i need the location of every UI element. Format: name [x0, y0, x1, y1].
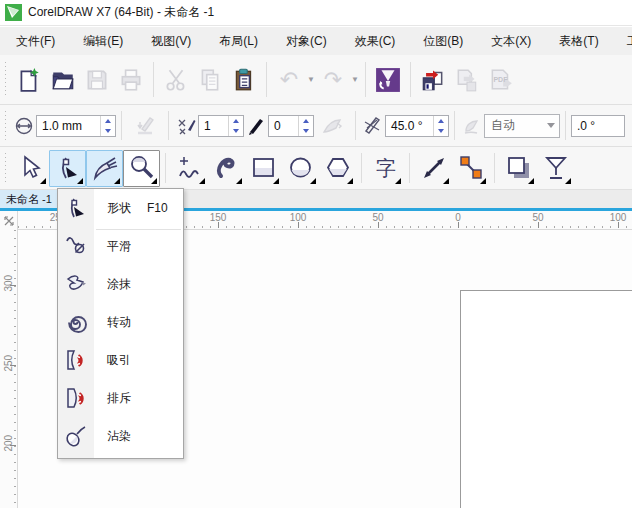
- tilt-angle-field[interactable]: 45.0 °: [385, 115, 449, 137]
- menu-view[interactable]: 视图(V): [137, 28, 205, 55]
- smooth-rate-field[interactable]: 1: [198, 115, 244, 137]
- freehand-tool-button[interactable]: [171, 150, 208, 187]
- undo-button[interactable]: ↶: [272, 63, 306, 97]
- new-document-button[interactable]: [12, 63, 46, 97]
- toolbar-drag-handle[interactable]: [3, 153, 8, 182]
- smoothing-rate-icon: [174, 114, 198, 138]
- ruler-origin-icon: [3, 215, 15, 227]
- pressure-pen-button[interactable]: [127, 110, 163, 142]
- pdf-icon: PDF: [488, 67, 514, 93]
- connector-tool-button[interactable]: [452, 150, 489, 187]
- toolbar-separator: [410, 62, 411, 96]
- redo-icon: ↷: [324, 69, 342, 91]
- title-bar: CorelDRAW X7 (64-Bit) - 未命名 -1: [0, 0, 632, 26]
- polygon-tool-button[interactable]: [319, 150, 356, 187]
- pen-inkflow-icon: [244, 114, 268, 138]
- nib-size-spinner[interactable]: [100, 116, 115, 136]
- shape-tool-button[interactable]: [49, 150, 86, 187]
- redo-button[interactable]: ↷: [316, 63, 350, 97]
- smear-tool-icon: [58, 272, 94, 296]
- menu-edit[interactable]: 编辑(E): [69, 28, 137, 55]
- menu-bitmaps[interactable]: 位图(B): [409, 28, 477, 55]
- window-title: CorelDRAW X7 (64-Bit) - 未命名 -1: [28, 4, 214, 21]
- knife-tool-button[interactable]: [86, 150, 123, 187]
- toolbar-separator: [165, 153, 166, 182]
- chevron-down-icon: [543, 123, 559, 128]
- toolbar-drag-handle[interactable]: [3, 62, 8, 96]
- menu-effects[interactable]: 效果(C): [341, 28, 410, 55]
- drop-shadow-tool-button[interactable]: [500, 150, 537, 187]
- launcher-icon: [375, 67, 401, 93]
- coreldraw-logo-icon: [5, 4, 22, 21]
- pen-pressure-field[interactable]: 0: [268, 115, 314, 137]
- coreldraw-window: CorelDRAW X7 (64-Bit) - 未命名 -1 文件(F) 编辑(…: [0, 0, 632, 508]
- pick-tool-button[interactable]: [12, 150, 49, 187]
- document-tab-label: 未命名 -1: [6, 192, 52, 207]
- toolbar-separator: [494, 153, 495, 182]
- toolbar-separator: [365, 62, 366, 96]
- standard-toolbar: ↶ ▼ ↷ ▼: [0, 55, 632, 105]
- flyout-item-attract[interactable]: 吸引: [58, 341, 183, 379]
- rectangle-tool-button[interactable]: [245, 150, 282, 187]
- shape-tool-icon: [58, 196, 94, 220]
- twirl-tool-icon: [58, 310, 94, 334]
- flyout-item-twirl[interactable]: 转动: [58, 303, 183, 341]
- open-button[interactable]: [46, 63, 80, 97]
- export-button[interactable]: [450, 63, 484, 97]
- ruler-origin-button[interactable]: [0, 211, 18, 230]
- nib-size-field[interactable]: 1.0 mm: [36, 115, 116, 137]
- attract-tool-icon: [58, 348, 94, 372]
- toolbar-separator: [355, 111, 356, 140]
- pressure-pen-icon: [133, 114, 157, 138]
- flyout-item-smooth[interactable]: 平滑: [58, 227, 183, 265]
- publish-pdf-button[interactable]: PDF: [484, 63, 518, 97]
- flyout-item-repel[interactable]: 排斥: [58, 379, 183, 417]
- save-button[interactable]: [80, 63, 114, 97]
- menu-layout[interactable]: 布局(L): [205, 28, 272, 55]
- flyout-item-smudge[interactable]: 沾染: [58, 417, 183, 455]
- menu-table[interactable]: 表格(T): [545, 28, 612, 55]
- flyout-item-shape[interactable]: 形状 F10: [58, 189, 183, 227]
- tilt-angle-spinner[interactable]: [433, 116, 448, 136]
- import-button[interactable]: [416, 63, 450, 97]
- svg-text:PDF: PDF: [493, 76, 508, 83]
- text-tool-button[interactable]: 字: [367, 150, 404, 187]
- dimension-tool-button[interactable]: [415, 150, 452, 187]
- shortcut-label: F10: [147, 201, 168, 215]
- menu-text[interactable]: 文本(X): [477, 28, 545, 55]
- menu-file[interactable]: 文件(F): [2, 28, 69, 55]
- toolbar-separator: [361, 153, 362, 182]
- ellipse-tool-button[interactable]: [282, 150, 319, 187]
- smudge-tool-icon: [58, 424, 94, 448]
- cut-button[interactable]: [159, 63, 193, 97]
- vertical-ruler: 300 250 200: [0, 230, 18, 508]
- menu-bar: 文件(F) 编辑(E) 视图(V) 布局(L) 对象(C) 效果(C) 位图(B…: [0, 27, 632, 55]
- print-button[interactable]: [114, 63, 148, 97]
- rotation-angle-field[interactable]: .0 °: [571, 115, 625, 137]
- shape-tool-flyout-menu: 形状 F10 平滑 涂抹: [57, 188, 184, 459]
- pen-pressure-spinner[interactable]: [298, 116, 313, 136]
- open-folder-icon: [50, 67, 76, 93]
- artistic-media-tool-button[interactable]: [208, 150, 245, 187]
- flyout-item-smear[interactable]: 涂抹: [58, 265, 183, 303]
- toolbar-separator: [153, 62, 154, 96]
- menu-tools[interactable]: 工具(O): [613, 28, 632, 55]
- menu-object[interactable]: 对象(C): [272, 28, 341, 55]
- property-bar: 1.0 mm 1 0: [0, 105, 632, 147]
- copy-button[interactable]: [193, 63, 227, 97]
- bearing-dropdown[interactable]: 自动: [484, 114, 560, 138]
- new-document-icon: [16, 67, 42, 93]
- calligraphy-button[interactable]: [314, 110, 350, 142]
- application-launcher-button[interactable]: [371, 63, 405, 97]
- toolbar-drag-handle[interactable]: [3, 111, 8, 140]
- paste-button[interactable]: [227, 63, 261, 97]
- smooth-rate-spinner[interactable]: [228, 116, 243, 136]
- undo-dropdown-arrow[interactable]: ▼: [306, 63, 316, 97]
- document-page[interactable]: [460, 290, 632, 508]
- redo-dropdown-arrow[interactable]: ▼: [350, 63, 360, 97]
- transparency-tool-button[interactable]: [537, 150, 574, 187]
- print-icon: [118, 67, 144, 93]
- nib-width-icon: [12, 114, 36, 138]
- zoom-tool-button[interactable]: [123, 150, 160, 187]
- smooth-tool-icon: [58, 234, 94, 258]
